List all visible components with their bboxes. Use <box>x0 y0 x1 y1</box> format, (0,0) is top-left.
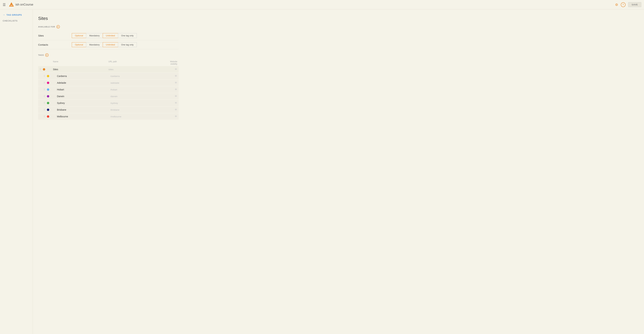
col-url-path: URL path <box>108 60 164 65</box>
drag-handle-icon[interactable]: ⠿ <box>44 115 45 118</box>
available-for-contacts-row: Contacts Optional Mandatory Unlimited On… <box>38 40 179 49</box>
tag-row: ⠿ Brisbane /brisbane 👁 <box>38 107 179 113</box>
sites-mandatory-button[interactable]: Mandatory <box>86 33 102 38</box>
sidebar-item-tag-groups[interactable]: → TAG GROUPS <box>0 12 32 18</box>
drag-handle-icon[interactable]: ⠿ <box>44 95 45 98</box>
visibility-toggle[interactable]: 👁 <box>164 101 177 105</box>
arrow-icon: → <box>3 14 5 16</box>
tag-drag-area[interactable]: ⠿ <box>44 95 57 98</box>
tag-name[interactable]: Sydney <box>57 102 110 104</box>
tag-name[interactable]: Melbourne <box>57 115 110 118</box>
available-for-sites-row: Sites Optional Mandatory Unlimited One t… <box>38 31 179 40</box>
save-button[interactable]: SAVE <box>628 2 641 7</box>
tags-header: TAGS + <box>38 53 179 57</box>
tag-color-dot <box>47 88 49 91</box>
visibility-toggle[interactable]: 👁 <box>164 95 177 98</box>
tag-drag-area[interactable]: ⠿ <box>44 115 57 118</box>
tag-color-dot <box>47 109 49 111</box>
tag-row: ⠿ Sydney /sydney 👁 <box>38 100 179 106</box>
col-name: Name <box>53 60 108 65</box>
tag-drag-area[interactable]: ⠿ <box>44 81 57 84</box>
tag-drag-area[interactable]: ⠿ <box>44 75 57 77</box>
tag-drag-area[interactable]: ⠿ <box>44 88 57 91</box>
tag-drag-area[interactable]: ⠿ <box>40 68 53 71</box>
tag-color-dot <box>47 95 49 97</box>
drag-handle-icon[interactable]: ⠿ <box>44 108 45 111</box>
tag-row: ⠿ Canberra /canberra 👁 <box>38 73 179 79</box>
tag-color-dot <box>47 82 49 84</box>
header-actions: ⚙ ? SAVE <box>615 2 641 7</box>
tag-name[interactable]: Canberra <box>57 75 110 77</box>
drag-handle-icon[interactable]: ⠿ <box>44 81 45 84</box>
main-content: Sites AVAILABLE FOR + Sites Optional Man… <box>33 0 644 334</box>
visibility-toggle[interactable]: 👁 <box>164 108 177 111</box>
available-for-add-button[interactable]: + <box>56 25 60 29</box>
contacts-unlimited-button[interactable]: Unlimited <box>103 42 118 47</box>
page-title: Sites <box>38 16 179 21</box>
available-for-section: AVAILABLE FOR + Sites Optional Mandatory… <box>38 25 179 49</box>
col-visibility: Website visibility <box>164 60 177 65</box>
visibility-toggle[interactable]: 👁 <box>164 81 177 84</box>
tag-name[interactable]: Brisbane <box>57 108 110 111</box>
tag-row: ⠿ Melbourne /melbourne 👁 <box>38 113 179 120</box>
tags-table-header: Name URL path Website visibility <box>38 59 179 66</box>
drag-handle-icon[interactable]: ⠿ <box>44 102 45 104</box>
tags-section: TAGS + Name URL path Website visibility … <box>38 53 179 120</box>
available-for-header: AVAILABLE FOR + <box>38 25 179 29</box>
drag-handle-icon[interactable]: ⠿ <box>40 68 41 71</box>
sites-toggle-group: Optional Mandatory Unlimited One tag onl… <box>72 33 137 38</box>
tag-name[interactable]: Hobart <box>57 88 110 91</box>
tag-drag-area[interactable]: ⠿ <box>44 102 57 104</box>
visibility-toggle[interactable]: 👁 <box>164 115 177 118</box>
sidebar-item-checklists[interactable]: CHECKLISTS <box>0 18 32 24</box>
tag-url-path: /hobart <box>110 88 164 91</box>
available-for-label: AVAILABLE FOR <box>38 26 55 28</box>
tag-color-dot <box>47 75 49 77</box>
sites-optional-button[interactable]: Optional <box>72 33 86 38</box>
settings-button[interactable]: ⚙ <box>615 3 618 7</box>
sidebar: → TAG GROUPS CHECKLISTS <box>0 0 33 334</box>
logo-text: ish onCourse <box>16 3 33 7</box>
contacts-one-tag-button[interactable]: One tag only <box>118 42 137 47</box>
tag-drag-area[interactable]: ⠿ <box>44 108 57 111</box>
tag-row: ⠿ Darwin /darwin 👁 <box>38 93 179 99</box>
visibility-toggle[interactable]: 👁 <box>164 88 177 91</box>
tag-color-dot <box>47 115 49 118</box>
help-button[interactable]: ? <box>621 2 626 7</box>
menu-icon[interactable]: ☰ <box>3 3 6 7</box>
header: ☰ ish ish onCourse ⚙ ? SAVE <box>0 0 644 10</box>
logo: ish ish onCourse <box>8 2 33 8</box>
tag-row: ⠿ Hobart /hobart 👁 <box>38 86 179 93</box>
tags-label: TAGS <box>38 54 44 56</box>
tag-url-path: /adelaide <box>110 82 164 84</box>
tag-color-dot <box>47 102 49 104</box>
contacts-toggle-group: Optional Mandatory Unlimited One tag onl… <box>72 42 137 47</box>
tag-url-path: /darwin <box>110 95 164 98</box>
tag-color-dot <box>43 68 45 71</box>
drag-handle-icon[interactable]: ⠿ <box>44 75 45 77</box>
sites-unlimited-button[interactable]: Unlimited <box>103 33 118 38</box>
svg-text:ish: ish <box>10 4 12 6</box>
tag-name[interactable]: Sites <box>53 68 108 71</box>
visibility-toggle[interactable]: 👁 <box>164 68 177 71</box>
available-for-contacts-label: Contacts <box>38 43 72 46</box>
contacts-mandatory-button[interactable]: Mandatory <box>86 42 102 47</box>
sites-one-tag-button[interactable]: One tag only <box>118 33 137 38</box>
visibility-toggle[interactable]: 👁 <box>164 75 177 78</box>
tag-url-path: /sydney <box>110 102 164 104</box>
available-for-sites-label: Sites <box>38 34 72 37</box>
tag-url-path: /canberra <box>110 75 164 77</box>
tag-url-path: /sites <box>108 68 164 71</box>
tags-table: Name URL path Website visibility ⠿ Sites… <box>38 59 179 120</box>
contacts-optional-button[interactable]: Optional <box>72 42 86 47</box>
drag-handle-icon[interactable]: ⠿ <box>44 88 45 91</box>
sidebar-item-tag-groups-label: TAG GROUPS <box>6 14 22 16</box>
tag-url-path: /melbourne <box>110 115 164 118</box>
tag-name[interactable]: Adelaide <box>57 81 110 84</box>
logo-icon: ish <box>8 2 14 8</box>
tag-name[interactable]: Darwin <box>57 95 110 98</box>
tags-add-button[interactable]: + <box>45 53 48 57</box>
tag-url-path: /brisbane <box>110 109 164 111</box>
sidebar-item-checklists-label: CHECKLISTS <box>3 20 18 22</box>
tag-row: ⠿ Adelaide /adelaide 👁 <box>38 80 179 86</box>
